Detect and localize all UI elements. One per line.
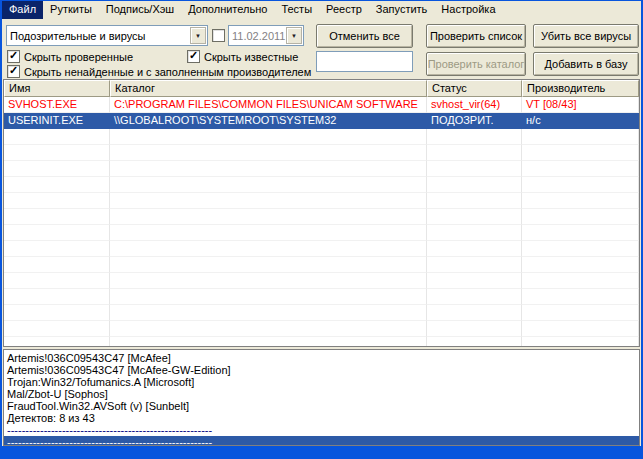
menu-item[interactable]: Настройка [434, 1, 502, 19]
detail-line[interactable]: ----------------------------------------… [7, 424, 639, 436]
table-row-empty[interactable] [4, 145, 639, 161]
table-cell [522, 321, 639, 337]
table-cell [4, 289, 110, 305]
column-header-vendor[interactable]: Производитель [522, 80, 639, 97]
file-table: Имя Каталог Статус Производитель SVHOST.… [3, 79, 640, 347]
detail-line[interactable]: Trojan:Win32/Tofumanics.A [Microsoft] [7, 376, 639, 388]
checkmark-icon: ✓ [189, 49, 198, 62]
menu-bar: ФайлРуткитыПодпись/ХэшДополнительноТесты… [2, 1, 641, 19]
date-dropdown[interactable]: 11.02.2011 ▼ [228, 25, 304, 46]
column-header-path[interactable]: Каталог [110, 80, 427, 97]
table-row-empty[interactable] [4, 257, 639, 273]
table-cell [427, 241, 522, 257]
table-row-empty[interactable] [4, 241, 639, 257]
detail-line[interactable]: Artemis!036C09543C47 [McAfee-GW-Edition] [7, 364, 639, 376]
table-cell: ПОДОЗРИТ. [427, 113, 522, 129]
table-cell [4, 241, 110, 257]
table-cell [427, 289, 522, 305]
table-row-empty[interactable] [4, 337, 639, 347]
table-cell [4, 177, 110, 193]
hide-notfound-checkbox[interactable]: ✓ Скрыть ненайденные и с заполненным про… [7, 65, 311, 78]
table-row-empty[interactable] [4, 289, 639, 305]
table-cell [110, 177, 427, 193]
table-cell [110, 193, 427, 209]
table-row-empty[interactable] [4, 161, 639, 177]
table-cell [110, 337, 427, 347]
menu-item[interactable]: Дополнительно [181, 1, 274, 19]
table-cell: svhost_vir(64) [427, 97, 522, 113]
table-cell [522, 305, 639, 321]
table-cell [522, 225, 639, 241]
table-row-empty[interactable] [4, 129, 639, 145]
toolbar: Подозрительные и вирусы ▼ 11.02.2011 ▼ О… [2, 19, 641, 79]
menu-item[interactable]: Подпись/Хэш [99, 1, 181, 19]
checkbox-label: Скрыть проверенные [24, 51, 133, 63]
table-cell [522, 161, 639, 177]
table-row-empty[interactable] [4, 209, 639, 225]
table-cell [427, 193, 522, 209]
table-cell [110, 129, 427, 145]
hide-known-checkbox[interactable]: ✓ Скрыть известные [187, 50, 298, 63]
hide-checked-checkbox[interactable]: ✓ Скрыть проверенные [7, 50, 133, 63]
detail-line[interactable]: Mal/Zbot-U [Sophos] [7, 388, 639, 400]
column-header-name[interactable]: Имя [4, 80, 110, 97]
table-cell [110, 257, 427, 273]
chevron-down-icon[interactable]: ▼ [190, 27, 206, 44]
detail-line[interactable]: ----------------------------------------… [4, 436, 640, 446]
check-list-button[interactable]: Проверить список [426, 24, 526, 48]
add-to-base-button[interactable]: Добавить в базу [533, 52, 639, 76]
table-cell [522, 241, 639, 257]
table-header: Имя Каталог Статус Производитель [4, 80, 639, 97]
table-cell [522, 177, 639, 193]
table-row-empty[interactable] [4, 321, 639, 337]
app-window: ФайлРуткитыПодпись/ХэшДополнительноТесты… [0, 0, 643, 459]
table-row-empty[interactable] [4, 225, 639, 241]
table-row[interactable]: SVHOST.EXEC:\PROGRAM FILES\COMMON FILES\… [4, 97, 639, 113]
table-cell [4, 129, 110, 145]
detail-line[interactable]: Детектов: 8 из 43 [7, 412, 639, 424]
chevron-down-icon[interactable]: ▼ [286, 27, 302, 44]
table-row-empty[interactable] [4, 193, 639, 209]
table-row[interactable]: USERINIT.EXE\\GLOBALROOT\SYSTEMROOT\SYST… [4, 113, 639, 129]
table-cell [4, 305, 110, 321]
check-folder-button[interactable]: Проверить каталог [426, 52, 526, 76]
table-cell [427, 225, 522, 241]
table-row-empty[interactable] [4, 305, 639, 321]
column-header-status[interactable]: Статус [427, 80, 522, 97]
menu-item[interactable]: Файл [2, 1, 43, 19]
table-cell [110, 273, 427, 289]
table-row-empty[interactable] [4, 177, 639, 193]
kill-all-viruses-button[interactable]: Убить все вирусы [533, 24, 639, 48]
table-cell [4, 193, 110, 209]
table-cell [4, 321, 110, 337]
menu-item[interactable]: Запустить [369, 1, 435, 19]
table-cell [110, 209, 427, 225]
checkmark-icon: ✓ [9, 64, 18, 77]
table-cell [110, 225, 427, 241]
cancel-all-button[interactable]: Отменить все [316, 24, 413, 48]
table-cell: C:\PROGRAM FILES\COMMON FILES\UNICAM SOF… [110, 97, 427, 113]
detail-line[interactable]: Artemis!036C09543C47 [McAfee] [7, 352, 639, 364]
date-filter-checkbox[interactable] [212, 29, 225, 42]
menu-item[interactable]: Руткиты [43, 1, 99, 19]
table-cell [522, 289, 639, 305]
table-cell [427, 273, 522, 289]
table-cell [427, 337, 522, 347]
table-cell [110, 241, 427, 257]
table-cell [522, 193, 639, 209]
filter-dropdown[interactable]: Подозрительные и вирусы ▼ [6, 25, 208, 46]
table-row-empty[interactable] [4, 273, 639, 289]
table-cell [427, 305, 522, 321]
menu-item[interactable]: Тесты [274, 1, 319, 19]
table-cell: SVHOST.EXE [4, 97, 110, 113]
details-panel: Artemis!036C09543C47 [McAfee]Artemis!036… [3, 349, 640, 446]
table-cell: VT [08/43] [522, 97, 639, 113]
table-cell [110, 161, 427, 177]
menu-item[interactable]: Реестр [319, 1, 369, 19]
table-cell: USERINIT.EXE [4, 113, 110, 129]
table-cell [522, 209, 639, 225]
table-cell: \\GLOBALROOT\SYSTEMROOT\SYSTEM32 [110, 113, 427, 129]
path-input[interactable] [316, 51, 413, 72]
table-cell [427, 209, 522, 225]
detail-line[interactable]: FraudTool.Win32.AVSoft (v) [Sunbelt] [7, 400, 639, 412]
